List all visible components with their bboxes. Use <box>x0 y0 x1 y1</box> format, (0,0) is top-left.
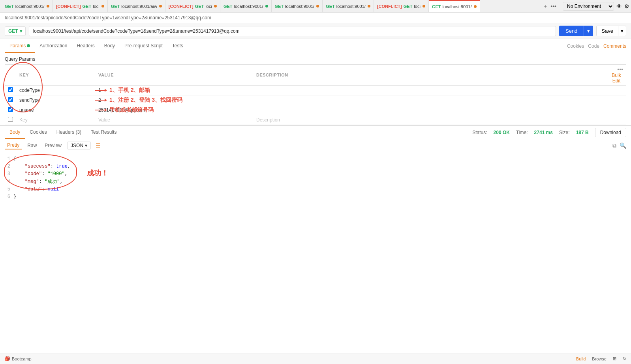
tabs-actions: ＋ ••• <box>543 3 560 10</box>
param-3-desc-input[interactable] <box>256 107 603 113</box>
param-3-checkbox[interactable] <box>8 107 13 112</box>
param-2-key-input[interactable] <box>19 97 92 103</box>
tab-6[interactable]: GET localhost:9001/ <box>272 0 323 12</box>
send-dropdown[interactable]: ▾ <box>584 26 593 36</box>
tab-2[interactable]: [CONFLICT] GET loci <box>53 0 108 12</box>
param-ph-desc-input[interactable] <box>256 117 603 123</box>
tab-headers[interactable]: Headers <box>72 39 99 53</box>
tab-label-4: loci <box>205 4 212 9</box>
param-ph-desc <box>253 115 607 125</box>
format-raw-btn[interactable]: Raw <box>25 142 39 149</box>
gear-icon[interactable]: ⚙ <box>624 3 629 9</box>
param-3-value-input[interactable] <box>98 107 250 113</box>
param-ph-key-input[interactable] <box>19 117 92 123</box>
tab-params[interactable]: Params <box>5 39 35 53</box>
more-tabs-button[interactable]: ••• <box>550 3 556 9</box>
tab-label-3: localhost:9001/aiw <box>121 4 157 9</box>
method-select[interactable]: GET ▾ <box>5 26 26 36</box>
params-label: Query Params <box>5 56 626 62</box>
response-status: Status: 200 OK Time: 2741 ms Size: 187 B… <box>472 128 626 137</box>
tab-dot-7 <box>368 5 370 7</box>
environment-select[interactable]: No Environment <box>563 2 614 11</box>
tab-3[interactable]: GET localhost:9001/aiw <box>108 0 165 12</box>
size-label: Size: <box>559 130 570 135</box>
param-1-key-input[interactable] <box>19 88 92 93</box>
code-line-5: 5 "data": null <box>5 186 626 193</box>
url-input[interactable] <box>29 26 556 36</box>
tab-dot-4 <box>214 5 217 7</box>
param-2-desc-input[interactable] <box>256 97 603 103</box>
save-button[interactable]: Save <box>596 26 618 36</box>
tab-8[interactable]: [CONFLICT] GET loci <box>374 0 429 12</box>
tab-method-8: [CONFLICT] <box>377 4 402 9</box>
tab-method-7: GET <box>326 4 335 9</box>
param-2-check-cell <box>5 95 16 105</box>
new-tab-button[interactable]: ＋ <box>543 3 548 10</box>
code-line-1: 1 { <box>5 155 626 163</box>
tab-dot-3 <box>159 5 162 7</box>
tab-dot-6 <box>316 5 319 7</box>
param-2-value-input[interactable] <box>98 97 250 103</box>
format-type-select[interactable]: JSON ▾ <box>67 142 91 149</box>
res-tab-tests[interactable]: Test Results <box>86 126 121 139</box>
comments-link[interactable]: Comments <box>603 43 626 49</box>
param-1-check-cell <box>5 86 16 95</box>
col-actions: ••• Bulk Edit <box>607 65 626 86</box>
tab-pre-request[interactable]: Pre-request Script <box>120 39 167 53</box>
param-2-checkbox[interactable] <box>8 97 13 102</box>
tab-dot-8 <box>423 5 425 7</box>
res-tab-cookies[interactable]: Cookies <box>25 126 51 139</box>
tab-authorization[interactable]: Authorization <box>35 39 72 53</box>
param-3-check-cell <box>5 105 16 115</box>
bulk-edit-button[interactable]: Bulk Edit <box>610 73 623 84</box>
code-line-6: 6 } <box>5 193 626 201</box>
tab-label-6: localhost:9001/ <box>285 4 314 9</box>
tab-4[interactable]: [CONFLICT] GET loci <box>165 0 220 12</box>
method-label: GET <box>8 28 18 34</box>
tab-7[interactable]: GET localhost:9001/ <box>323 0 374 12</box>
cookies-link[interactable]: Cookies <box>567 43 584 49</box>
more-options-button[interactable]: ••• <box>617 66 623 73</box>
param-3-key-input[interactable] <box>19 107 92 113</box>
response-tabs: Body Cookies Headers (3) Test Results St… <box>0 125 631 139</box>
url-display-text: localhost:9001/test/api/code/sendCode?co… <box>5 15 211 21</box>
eye-icon[interactable]: 👁 <box>616 3 622 9</box>
copy-response-button[interactable]: ⧉ <box>612 142 616 149</box>
param-1-key-cell <box>16 86 95 95</box>
tab-label-5: localhost:9001/ <box>234 4 263 9</box>
param-row-placeholder <box>5 115 626 125</box>
param-row-3: 手机或者邮箱号码 <box>5 105 626 115</box>
tab-1[interactable]: GET localhost:9001/ <box>2 0 53 12</box>
param-1-desc-input[interactable] <box>256 88 603 93</box>
req-tabs-right: Cookies Code Comments <box>567 43 626 49</box>
param-1-value-input[interactable] <box>98 88 250 93</box>
format-pretty-btn[interactable]: Pretty <box>5 142 22 149</box>
param-1-checkbox[interactable] <box>8 87 13 92</box>
tab-5[interactable]: GET localhost:9001/ <box>220 0 272 12</box>
params-section: Query Params KEY VALUE DESCRIPTION ••• B… <box>0 53 631 125</box>
param-1-desc-cell <box>253 86 607 95</box>
send-save-group: Send ▾ <box>559 26 593 36</box>
format-preview-btn[interactable]: Preview <box>42 142 64 149</box>
tab-body[interactable]: Body <box>100 39 120 53</box>
col-key: KEY <box>16 65 95 86</box>
col-description: DESCRIPTION <box>253 65 607 86</box>
res-tab-body[interactable]: Body <box>5 126 25 139</box>
param-ph-checkbox[interactable] <box>8 117 13 122</box>
param-ph-key <box>16 115 95 125</box>
tab-tests[interactable]: Tests <box>167 39 188 53</box>
response-actions: ⧉ 🔍 <box>612 142 626 149</box>
send-button[interactable]: Send <box>559 26 584 36</box>
param-2-key-cell <box>16 95 95 105</box>
param-ph-value-input[interactable] <box>98 117 250 123</box>
param-3-key-cell <box>16 105 95 115</box>
tab-dot-2 <box>101 5 104 7</box>
code-link[interactable]: Code <box>588 43 599 49</box>
save-dropdown-btn[interactable]: ▾ <box>618 26 626 36</box>
res-tab-headers[interactable]: Headers (3) <box>52 126 86 139</box>
search-response-button[interactable]: 🔍 <box>620 142 626 149</box>
tab-method-5: GET <box>223 4 233 9</box>
download-button[interactable]: Download <box>595 128 626 137</box>
tab-9[interactable]: GET localhost:9001/ <box>429 0 480 12</box>
wrap-lines-button[interactable]: ☰ <box>94 142 102 149</box>
